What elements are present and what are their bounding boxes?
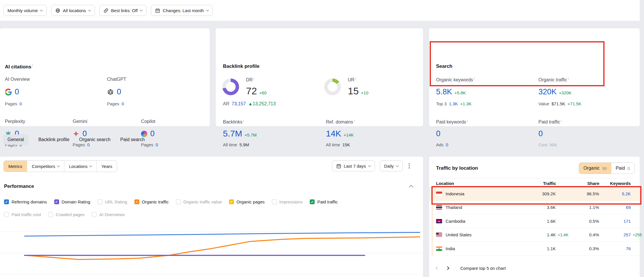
checkbox-organic-pages[interactable]: ✓Organic pages [229, 199, 265, 204]
organic-count: 90 [602, 166, 607, 171]
checkbox-box[interactable]: ✓ [54, 199, 59, 204]
copilot-label: Copilot [141, 119, 155, 124]
ref-domains-value-link[interactable]: 14K [326, 129, 341, 138]
tab-paid-search[interactable]: Paid search [120, 134, 145, 145]
checkbox-referring-domains[interactable]: ✓Referring domains [4, 199, 47, 204]
performance-line-chart[interactable] [0, 222, 423, 277]
checkbox-label: Impressions [279, 199, 303, 204]
ar-value-link[interactable]: 73,157 [232, 101, 246, 106]
changes-dropdown[interactable]: Changes: Last month [151, 5, 213, 16]
keywords-link[interactable]: 76 [626, 246, 631, 251]
checkbox-paid-traffic[interactable]: ✓Paid traffic [310, 199, 338, 204]
checkbox-organic-traffic-value[interactable]: Organic traffic value [176, 199, 222, 204]
column-share[interactable]: Share [587, 181, 599, 186]
keywords-link[interactable]: 69 [626, 205, 631, 210]
keywords-link[interactable]: 171 [624, 219, 631, 224]
info-icon[interactable]: i [561, 119, 562, 122]
next-page-chevron-icon[interactable] [446, 266, 449, 270]
checkbox-box[interactable]: ✓ [134, 199, 139, 204]
pages-count-link[interactable]: 0 [122, 101, 124, 106]
previous-page-chevron-icon[interactable] [435, 266, 439, 270]
column-location[interactable]: Location [436, 181, 454, 186]
checkbox-organic-traffic[interactable]: ✓Organic traffic [134, 199, 169, 204]
checkbox-box[interactable]: ✓ [310, 199, 315, 204]
toggle-paid[interactable]: Paid 0 [611, 163, 634, 174]
collapse-section-chevron-up-icon[interactable] [409, 185, 414, 190]
checkbox-impressions[interactable]: Impressions [272, 199, 303, 204]
info-icon[interactable]: i [467, 119, 467, 122]
compare-top5-label: Compare top 5 on chart [460, 266, 506, 271]
backlink-profile-card: Backlink profile DRi 72+60 AR 73,157 ▲13… [216, 28, 423, 126]
organic-traffic-delta: +320K [559, 90, 572, 95]
checkbox-domain-rating[interactable]: ✓Domain Rating [54, 199, 90, 204]
ur-delta: +10 [361, 90, 368, 95]
backlinks-delta: +5.7M [245, 132, 257, 137]
checkbox-box[interactable] [272, 199, 277, 204]
checkbox-box[interactable] [48, 212, 53, 217]
info-icon[interactable]: i [355, 77, 356, 80]
paid-keywords-link[interactable]: 0 [436, 129, 440, 138]
column-traffic[interactable]: Traffic [543, 181, 556, 186]
tab-general[interactable]: General [3, 134, 29, 145]
checkbox-url-rating[interactable]: URL Rating [97, 199, 127, 204]
checkbox-paid-traffic-cost[interactable]: Paid traffic cost [4, 212, 41, 217]
info-icon[interactable]: i [474, 77, 474, 80]
interval-dropdown[interactable]: Daily [380, 160, 403, 171]
ai-citations-card: AI citationsi AI Overview 0 Pages 0 Chat… [0, 28, 210, 126]
table-row-cambodia[interactable]: Cambodia 1.6K 0.5% 171 [429, 214, 640, 228]
ads-value-link[interactable]: 0 [446, 142, 448, 147]
ar-delta: ▲13,252,713 [248, 101, 276, 106]
chatgpt-count-link[interactable]: 0 [117, 87, 121, 96]
paid-traffic-link[interactable]: 0 [538, 129, 543, 138]
checkbox-ai-overviews[interactable]: AI Overviews [92, 212, 125, 217]
copilot-count-link[interactable]: 0 [150, 129, 155, 138]
info-icon[interactable]: i [354, 119, 354, 122]
info-icon[interactable]: i [568, 77, 568, 80]
checkbox-label: Organic traffic [142, 199, 169, 204]
more-options-menu[interactable] [408, 163, 411, 169]
table-row-thailand[interactable]: Thailand 3.6K 1.1% 69 [429, 201, 640, 215]
keywords-link[interactable]: 257 [624, 232, 631, 237]
checkbox-box[interactable]: ✓ [229, 199, 234, 204]
best-links-dropdown[interactable]: Best links: Off [99, 5, 147, 16]
monthly-volume-dropdown[interactable]: Monthly volume [3, 5, 47, 16]
search-card: Search Organic keywordsi 5.8K+5.8K Top 3… [429, 28, 640, 126]
checkbox-crawled-pages[interactable]: Crawled pages [48, 212, 85, 217]
info-icon[interactable]: i [32, 63, 33, 67]
date-range-label: Last 7 days [344, 164, 366, 169]
organic-traffic-link[interactable]: 320K [538, 87, 557, 96]
info-icon[interactable]: i [243, 119, 244, 122]
toggle-organic[interactable]: Organic 90 [579, 163, 611, 174]
backlinks-value-link[interactable]: 5.7M [223, 129, 242, 138]
segment-metrics[interactable]: Metrics [4, 161, 27, 172]
column-keywords[interactable]: Keywords [610, 181, 631, 186]
performance-title: Performance [4, 184, 34, 189]
table-row-indonesia[interactable]: Indonesia 309.2K 96.5% 5.2K [429, 187, 640, 201]
table-row-india[interactable]: India 1.1K 0.3% 76 [429, 242, 640, 256]
pages-count-link[interactable]: 0 [20, 101, 22, 106]
checkbox-box[interactable] [92, 212, 97, 217]
all-locations-dropdown[interactable]: All locations [51, 5, 95, 16]
flag-us-icon [436, 233, 442, 237]
chevron-down-icon [396, 164, 399, 167]
checkbox-box[interactable] [4, 212, 9, 217]
top3-value-link[interactable]: 1.3K [449, 101, 458, 106]
flag-cambodia-icon [436, 219, 442, 223]
segment-locations[interactable]: Locations [64, 161, 97, 172]
segment-years[interactable]: Years [97, 161, 117, 172]
checkbox-box[interactable] [176, 199, 181, 204]
ai-overview-count-link[interactable]: 0 [15, 87, 19, 96]
date-range-dropdown[interactable]: Last 7 days [332, 160, 375, 171]
organic-keywords-link[interactable]: 5.8K [436, 87, 452, 96]
segment-competitors[interactable]: Competitors [27, 161, 64, 172]
tab-organic-search[interactable]: Organic search [79, 134, 111, 145]
checkbox-box[interactable]: ✓ [4, 199, 9, 204]
tab-backlink-profile[interactable]: Backlink profile [38, 134, 70, 145]
pages-count-link[interactable]: 0 [156, 142, 158, 147]
keywords-link[interactable]: 5.2K [622, 191, 631, 196]
ref-domains-label: Ref. domainsi [326, 119, 355, 125]
table-row-united-states[interactable]: United States 1.4K+1.4K 0.4% 257+255 [429, 228, 640, 242]
info-icon[interactable]: i [254, 77, 254, 80]
top3-line: Top 3 1.3K +1.3K [436, 101, 472, 106]
checkbox-box[interactable] [97, 199, 102, 204]
